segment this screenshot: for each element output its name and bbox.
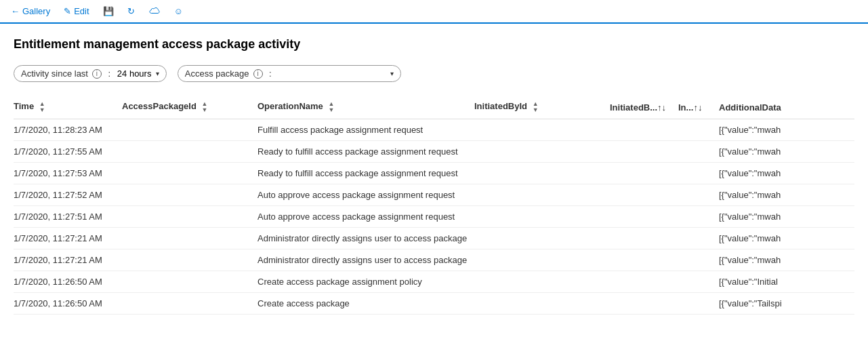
cell-in3 <box>678 163 719 184</box>
save-icon: 💾 <box>103 6 114 16</box>
cell-adddata: [{"value":"mwah <box>719 163 854 184</box>
cell-initb2 <box>610 184 678 206</box>
cell-opname: Fulfill access package assignment reques… <box>257 119 474 141</box>
access-package-filter-group: Access package i : ▾ <box>178 65 402 82</box>
page-title: Entitlement management access package ac… <box>14 37 854 52</box>
cell-initb2 <box>610 141 678 163</box>
access-package-filter-wrapper[interactable]: Access package i : ▾ <box>178 65 402 82</box>
cell-apid <box>122 249 257 271</box>
cell-in3 <box>678 249 719 271</box>
cell-apid <box>122 228 257 249</box>
gallery-label: Gallery <box>22 6 50 16</box>
cell-initb2 <box>610 206 678 228</box>
cell-initbyid <box>474 119 610 141</box>
data-table: Time ▲▼ AccessPackageId ▲▼ OperationName… <box>14 96 854 315</box>
cell-initbyid <box>474 249 610 271</box>
cell-adddata: [{"value":"mwah <box>719 119 854 141</box>
cell-initbyid <box>474 271 610 293</box>
cell-initb2 <box>610 271 678 293</box>
table-row: 1/7/2020, 11:27:21 AM Administrator dire… <box>14 228 854 249</box>
activity-select[interactable]: 24 hours 48 hours 7 days 30 days <box>117 68 152 79</box>
refresh-icon: ↻ <box>127 6 135 16</box>
activity-filter-wrapper[interactable]: Activity since last i : 24 hours 48 hour… <box>14 65 167 82</box>
emoji-button[interactable]: ☺ <box>171 5 186 18</box>
table-row: 1/7/2020, 11:27:53 AM Ready to fulfill a… <box>14 163 854 184</box>
activity-filter-group: Activity since last i : 24 hours 48 hour… <box>14 65 167 82</box>
cell-in3 <box>678 119 719 141</box>
cell-in3 <box>678 293 719 315</box>
col-header-initiatedbyid[interactable]: InitiatedById ▲▼ <box>474 96 610 119</box>
arrow-left-icon: ← <box>11 6 20 16</box>
cell-time: 1/7/2020, 11:27:55 AM <box>14 141 122 163</box>
sort-icon-opname: ▲▼ <box>328 101 334 113</box>
cell-apid <box>122 293 257 315</box>
cell-apid <box>122 184 257 206</box>
save-button[interactable]: 💾 <box>100 5 117 18</box>
refresh-button[interactable]: ↻ <box>125 5 138 18</box>
cell-apid <box>122 206 257 228</box>
activity-filter-label: Activity since last <box>21 68 88 79</box>
table-body: 1/7/2020, 11:28:23 AM Fulfill access pac… <box>14 119 854 315</box>
gallery-button[interactable]: ← Gallery <box>8 5 53 18</box>
cell-initbyid <box>474 163 610 184</box>
cell-time: 1/7/2020, 11:27:21 AM <box>14 228 122 249</box>
cell-opname: Administrator directly assigns user to a… <box>257 228 474 249</box>
cell-time: 1/7/2020, 11:27:51 AM <box>14 206 122 228</box>
cell-time: 1/7/2020, 11:27:21 AM <box>14 249 122 271</box>
col-header-time[interactable]: Time ▲▼ <box>14 96 122 119</box>
cloud-icon <box>148 5 161 17</box>
cell-apid <box>122 119 257 141</box>
access-package-chevron-icon: ▾ <box>390 70 394 77</box>
cell-opname: Auto approve access package assignment r… <box>257 206 474 228</box>
cell-adddata: [{"value":"mwah <box>719 206 854 228</box>
cloud-button[interactable] <box>146 4 163 18</box>
table-row: 1/7/2020, 11:27:51 AM Auto approve acces… <box>14 206 854 228</box>
cell-adddata: [{"value":"mwah <box>719 141 854 163</box>
cell-opname: Administrator directly assigns user to a… <box>257 249 474 271</box>
filters-row: Activity since last i : 24 hours 48 hour… <box>14 65 854 82</box>
table-row: 1/7/2020, 11:27:52 AM Auto approve acces… <box>14 184 854 206</box>
cell-opname: Create access package <box>257 293 474 315</box>
access-package-info-icon: i <box>253 69 263 79</box>
edit-label: Edit <box>74 6 89 16</box>
table-row: 1/7/2020, 11:26:50 AM Create access pack… <box>14 293 854 315</box>
cell-in3 <box>678 271 719 293</box>
cell-opname: Create access package assignment policy <box>257 271 474 293</box>
cell-initbyid <box>474 228 610 249</box>
cell-in3 <box>678 184 719 206</box>
col-header-operationname[interactable]: OperationName ▲▼ <box>257 96 474 119</box>
cell-adddata: [{"value":"mwah <box>719 249 854 271</box>
cell-initbyid <box>474 184 610 206</box>
table-row: 1/7/2020, 11:27:55 AM Ready to fulfill a… <box>14 141 854 163</box>
cell-initb2 <box>610 228 678 249</box>
cell-adddata: [{"value":"mwah <box>719 228 854 249</box>
cell-initb2 <box>610 119 678 141</box>
access-package-filter-label: Access package <box>185 68 249 79</box>
table-row: 1/7/2020, 11:26:50 AM Create access pack… <box>14 271 854 293</box>
emoji-icon: ☺ <box>174 6 183 16</box>
cell-initb2 <box>610 249 678 271</box>
col-header-in3[interactable]: In...↑↓ <box>678 96 719 119</box>
main-content: Entitlement management access package ac… <box>0 24 868 328</box>
cell-time: 1/7/2020, 11:27:53 AM <box>14 163 122 184</box>
cell-initb2 <box>610 293 678 315</box>
col-header-additionaldata[interactable]: AdditionalData <box>719 96 854 119</box>
edit-button[interactable]: ✎ Edit <box>61 5 91 18</box>
cell-adddata: [{"value":"Initial <box>719 271 854 293</box>
pencil-icon: ✎ <box>64 6 71 16</box>
toolbar: ← Gallery ✎ Edit 💾 ↻ ☺ <box>0 0 868 24</box>
cell-time: 1/7/2020, 11:26:50 AM <box>14 293 122 315</box>
col-header-accesspackageid[interactable]: AccessPackageId ▲▼ <box>122 96 257 119</box>
col-header-initiatedb2[interactable]: InitiatedB...↑↓ <box>610 96 678 119</box>
sort-icon-apid: ▲▼ <box>201 101 207 113</box>
cell-initb2 <box>610 163 678 184</box>
access-package-select[interactable] <box>278 68 386 79</box>
colon-separator: : <box>106 68 113 79</box>
cell-in3 <box>678 206 719 228</box>
cell-initbyid <box>474 293 610 315</box>
activity-chevron-icon: ▾ <box>156 70 159 77</box>
cell-opname: Ready to fulfill access package assignme… <box>257 163 474 184</box>
sort-icon-initbyid: ▲▼ <box>533 101 539 113</box>
cell-opname: Ready to fulfill access package assignme… <box>257 141 474 163</box>
table-row: 1/7/2020, 11:27:21 AM Administrator dire… <box>14 249 854 271</box>
